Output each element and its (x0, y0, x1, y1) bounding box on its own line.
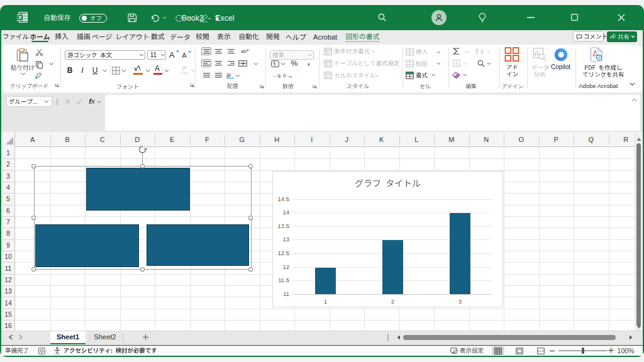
svg-text:Z: Z (475, 51, 478, 55)
svg-text:$: $ (273, 61, 275, 67)
svg-text:←0: ←0 (272, 73, 280, 79)
svg-text:ab: ab (226, 72, 233, 79)
svg-text:ab: ab (241, 48, 247, 54)
svg-text:0→: 0→ (283, 73, 291, 79)
